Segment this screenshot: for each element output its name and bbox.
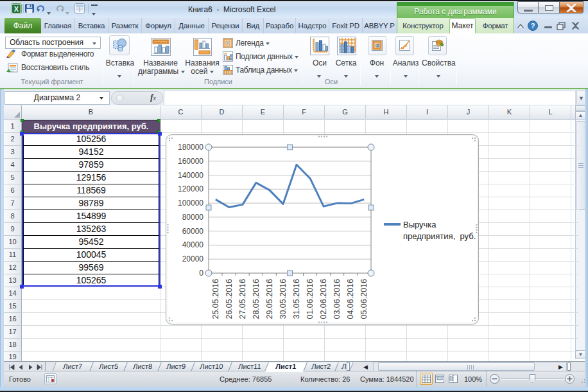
svg-text:01.06.2016: 01.06.2016	[306, 279, 315, 319]
svg-text:28.05.2016: 28.05.2016	[252, 279, 261, 319]
svg-text:160000: 160000	[178, 157, 203, 166]
svg-text:120000: 120000	[178, 184, 203, 193]
svg-text:180000: 180000	[178, 143, 203, 152]
svg-text:100000: 100000	[178, 199, 203, 208]
svg-text:05.06.2016: 05.06.2016	[359, 279, 368, 319]
svg-text:?: ?	[531, 22, 535, 30]
svg-text:0: 0	[199, 269, 203, 278]
svg-text:03.06.2016: 03.06.2016	[333, 279, 342, 319]
svg-text:40000: 40000	[182, 240, 204, 249]
svg-text:предприятия, руб.: предприятия, руб.	[403, 231, 476, 241]
svg-text:27.05.2016: 27.05.2016	[238, 279, 247, 319]
svg-text:02.06.2016: 02.06.2016	[319, 279, 328, 319]
svg-text:X: X	[14, 5, 19, 13]
svg-text:31.05.2016: 31.05.2016	[292, 279, 301, 319]
svg-text:20000: 20000	[182, 254, 204, 263]
svg-text:80000: 80000	[182, 213, 204, 222]
svg-text:04.06.2016: 04.06.2016	[346, 279, 355, 319]
svg-text:26.05.2016: 26.05.2016	[225, 279, 234, 319]
svg-text:60000: 60000	[182, 227, 204, 236]
svg-text:Выручка: Выручка	[403, 220, 437, 229]
svg-text:25.05.2016: 25.05.2016	[211, 279, 220, 319]
svg-text:140000: 140000	[178, 171, 203, 180]
svg-text:30.05.2016: 30.05.2016	[279, 279, 288, 319]
svg-text:29.05.2016: 29.05.2016	[265, 279, 274, 319]
